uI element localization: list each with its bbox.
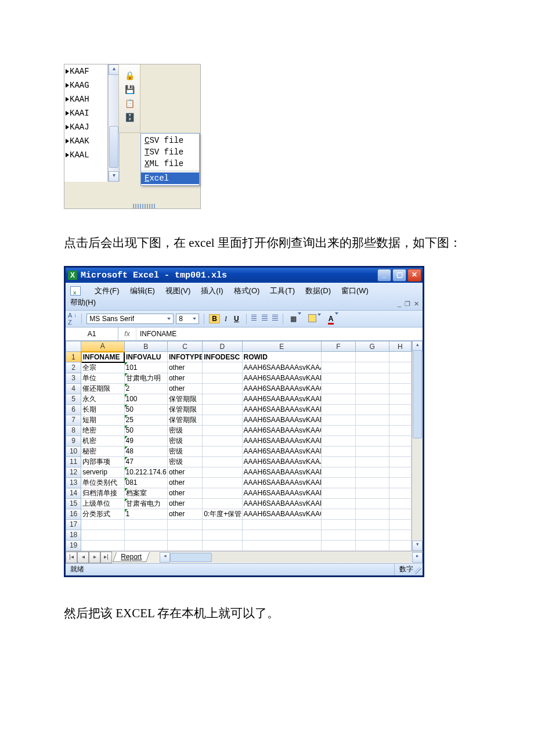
row-header[interactable]: 12 [66,467,81,477]
row-header[interactable]: 7 [66,415,81,425]
cell[interactable]: AAAH6SAABAAAsvKAAI [242,446,322,456]
list-item[interactable]: KAAK [64,134,107,148]
row-header[interactable]: 8 [66,425,81,435]
cell[interactable]: 47 [124,456,167,467]
row-header[interactable]: 10 [66,446,81,456]
cell[interactable] [167,519,202,530]
cell[interactable]: other [167,373,202,383]
cell[interactable] [322,383,355,394]
cell[interactable]: 催还期限 [81,383,124,394]
mdi-restore-button[interactable]: ❐ [405,300,410,308]
cell[interactable] [203,530,242,540]
cell[interactable] [322,477,355,488]
cell[interactable]: 10.212.174.6 [124,467,167,477]
list-item[interactable]: KAAJ [64,120,107,134]
cell[interactable] [203,540,242,550]
cell[interactable]: AAAH6SAABAAAsvKAAH [242,435,322,446]
cell[interactable] [322,394,355,404]
sheet-next-button[interactable]: ▸ [89,552,100,563]
lock-icon[interactable]: 🔒 [123,69,136,82]
sheet-first-button[interactable]: |◂ [66,552,77,563]
cell[interactable]: INFODESC [203,352,242,362]
cell[interactable] [322,404,355,415]
cell[interactable]: AAAH6SAABAAAsvKAAC [242,383,322,394]
cell[interactable] [322,362,355,373]
row-header[interactable]: 11 [66,456,81,467]
cell[interactable] [389,509,411,519]
cell[interactable] [322,373,355,383]
row-header[interactable]: 1 [66,352,81,362]
cell[interactable]: 单位 [81,373,124,383]
cell[interactable] [389,373,411,383]
cell[interactable] [242,530,322,540]
cell[interactable] [355,352,389,362]
cell[interactable] [389,425,411,435]
cell[interactable]: other [167,383,202,394]
cell[interactable]: 上级单位 [81,498,124,509]
cell[interactable] [355,509,389,519]
column-header[interactable]: E [242,341,322,352]
cell[interactable] [389,415,411,425]
cell[interactable]: AAAH6SAABAAAsvKAAO [242,509,322,519]
menu-data[interactable]: 数据(D) [305,285,331,297]
cell[interactable]: 归档清单接 [81,488,124,498]
cell[interactable]: other [167,509,202,519]
cell[interactable] [124,530,167,540]
cell[interactable]: 内部事项 [81,456,124,467]
scroll-thumb[interactable] [413,350,422,438]
resize-grip[interactable] [414,567,421,574]
cell[interactable] [322,415,355,425]
cell[interactable] [322,509,355,519]
cell[interactable]: 密级 [167,456,202,467]
cell[interactable]: 保管期限 [167,404,202,415]
cell[interactable] [203,362,242,373]
minimize-button[interactable]: _ [377,269,391,282]
menu-tools[interactable]: 工具(T) [270,285,295,297]
menu-item-tsv[interactable]: TSV file [141,146,199,158]
row-header[interactable]: 17 [66,519,81,530]
underline-button[interactable]: U [232,314,241,324]
cell[interactable]: 密级 [167,446,202,456]
cell[interactable]: 绝密 [81,425,124,435]
column-header[interactable]: A [81,341,124,352]
cell[interactable] [355,404,389,415]
cell[interactable] [389,498,411,509]
row-header[interactable]: 15 [66,498,81,509]
cell[interactable] [203,446,242,456]
sheet-prev-button[interactable]: ◂ [77,552,89,563]
spreadsheet-grid[interactable]: ABCDEFGH 1INFONAMEINFOVALUINFOTYPEINFODE… [66,341,412,551]
cell[interactable]: 长期 [81,404,124,415]
cell[interactable]: 密级 [167,425,202,435]
list-item[interactable]: KAAG [64,78,107,92]
menu-file[interactable]: 文件(F) [95,285,120,297]
cell[interactable] [389,362,411,373]
cell[interactable] [355,435,389,446]
scroll-down-button[interactable]: ▾ [412,541,423,551]
cell[interactable]: 50 [124,425,167,435]
scroll-right-button[interactable]: ▸ [412,552,423,563]
cell[interactable]: 1 [124,509,167,519]
scroll-left-button[interactable]: ◂ [160,552,170,563]
name-box[interactable]: A1 [66,327,118,340]
cell[interactable] [81,540,124,550]
cell[interactable]: 机密 [81,435,124,446]
cell[interactable]: other [167,477,202,488]
row-header[interactable]: 5 [66,394,81,404]
cell[interactable]: 081 [124,477,167,488]
row-header[interactable]: 9 [66,435,81,446]
scroll-down-button[interactable]: ▾ [109,171,119,182]
cell[interactable] [203,498,242,509]
menu-window[interactable]: 窗口(W) [341,285,369,297]
row-header[interactable]: 3 [66,373,81,383]
column-header[interactable]: F [322,341,355,352]
cell[interactable]: 100 [124,394,167,404]
cell[interactable] [81,519,124,530]
scroll-thumb[interactable] [109,126,118,168]
list-scrollbar[interactable]: ▴ ▾ [108,64,120,182]
cell[interactable] [203,477,242,488]
cell[interactable] [355,488,389,498]
cell[interactable] [322,352,355,362]
row-header[interactable]: 18 [66,530,81,540]
cell[interactable]: 2 [124,383,167,394]
cell[interactable] [322,488,355,498]
